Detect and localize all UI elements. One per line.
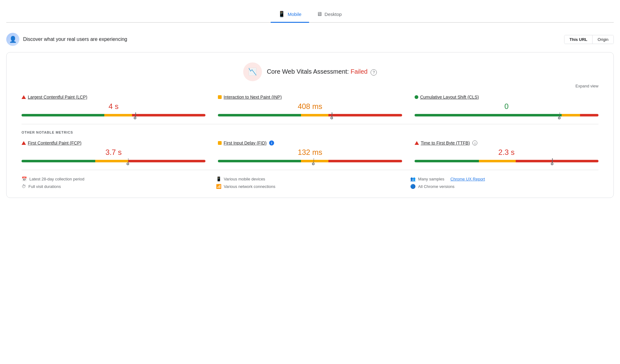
fid-link[interactable]: First Input Delay (FID) xyxy=(224,140,267,145)
header-title: Discover what your real users are experi… xyxy=(23,37,127,42)
inp-bar xyxy=(218,114,402,116)
assessment-help-icon[interactable]: ? xyxy=(371,69,377,76)
this-url-button[interactable]: This URL xyxy=(564,35,593,44)
metric-ttfb: Time to First Byte (TTFB) △ 2.3 s xyxy=(415,140,598,162)
divider xyxy=(22,124,598,124)
footer-info: 📅 Latest 28-day collection period ⏱ Full… xyxy=(22,170,598,189)
cls-value: 0 xyxy=(415,102,598,111)
ttfb-bar xyxy=(415,160,598,162)
footer-col1: 📅 Latest 28-day collection period ⏱ Full… xyxy=(22,176,210,189)
metric-inp-label: Interaction to Next Paint (INP) xyxy=(218,95,402,100)
ttfb-indicator xyxy=(415,141,419,145)
desktop-icon: 🖥 xyxy=(317,11,322,17)
ttfb-exp-icon[interactable]: △ xyxy=(472,140,477,145)
metric-cls: Cumulative Layout Shift (CLS) 0 xyxy=(415,95,598,116)
ttfb-marker xyxy=(552,158,553,165)
fcp-value: 3.7 s xyxy=(22,148,205,157)
fid-marker xyxy=(313,158,314,165)
fcp-indicator xyxy=(22,141,26,145)
footer-item-devices: 📱 Various mobile devices xyxy=(216,176,404,181)
footer-col3: 👥 Many samples Chrome UX Report 🔵 All Ch… xyxy=(410,176,598,189)
ttfb-value: 2.3 s xyxy=(415,148,598,157)
footer-col2: 📱 Various mobile devices 📶 Various netwo… xyxy=(216,176,404,189)
lcp-marker xyxy=(135,112,136,119)
lcp-indicator xyxy=(22,95,26,99)
devices-icon: 📱 xyxy=(216,176,221,181)
network-icon: 📶 xyxy=(216,184,221,189)
mobile-icon: 📱 xyxy=(278,11,285,17)
footer-item-collection: 📅 Latest 28-day collection period xyxy=(22,176,210,181)
metric-fid: First Input Delay (FID) i 132 ms xyxy=(218,140,402,162)
header-bar: 👤 Discover what your real users are expe… xyxy=(6,32,614,47)
metric-ttfb-label: Time to First Byte (TTFB) △ xyxy=(415,140,598,145)
fcp-marker xyxy=(127,158,129,165)
metric-fid-label: First Input Delay (FID) i xyxy=(218,140,402,145)
header-left: 👤 Discover what your real users are expe… xyxy=(6,33,127,46)
metric-inp: Interaction to Next Paint (INP) 408 ms xyxy=(218,95,402,116)
other-metrics-label: OTHER NOTABLE METRICS xyxy=(22,130,598,134)
tab-mobile-label: Mobile xyxy=(288,12,301,17)
assessment-icon: 📉 xyxy=(243,62,262,81)
inp-link[interactable]: Interaction to Next Paint (INP) xyxy=(224,95,282,100)
footer-item-chrome: 🔵 All Chrome versions xyxy=(410,184,598,189)
core-metrics-grid: Largest Contentful Paint (LCP) 4 s Inter… xyxy=(22,95,598,116)
footer-item-duration: ⏱ Full visit durations xyxy=(22,184,210,189)
lcp-value: 4 s xyxy=(22,102,205,111)
metric-cls-label: Cumulative Layout Shift (CLS) xyxy=(415,95,598,100)
cls-marker xyxy=(559,112,561,119)
assessment-status: Failed xyxy=(351,68,367,75)
assessment-title-container: Core Web Vitals Assessment: Failed ? xyxy=(267,68,377,76)
fid-info-icon[interactable]: i xyxy=(269,140,274,145)
metric-fcp-label: First Contentful Paint (FCP) xyxy=(22,140,205,145)
fcp-bar xyxy=(22,160,205,162)
chrome-ux-link[interactable]: Chrome UX Report xyxy=(450,177,485,181)
url-toggle: This URL Origin xyxy=(564,35,614,44)
chrome-icon: 🔵 xyxy=(410,184,416,189)
fid-indicator xyxy=(218,141,222,145)
timer-icon: ⏱ xyxy=(22,184,26,189)
inp-value: 408 ms xyxy=(218,102,402,111)
metric-lcp-label: Largest Contentful Paint (LCP) xyxy=(22,95,205,100)
metric-lcp: Largest Contentful Paint (LCP) 4 s xyxy=(22,95,205,116)
tab-desktop-label: Desktop xyxy=(325,12,342,17)
expand-view[interactable]: Expand view xyxy=(22,84,598,88)
ttfb-link[interactable]: Time to First Byte (TTFB) xyxy=(421,140,470,145)
fid-bar xyxy=(218,160,402,162)
cls-indicator xyxy=(415,95,418,99)
tab-desktop[interactable]: 🖥 Desktop xyxy=(309,6,349,23)
footer-item-samples: 👥 Many samples Chrome UX Report xyxy=(410,176,598,181)
origin-button[interactable]: Origin xyxy=(593,35,613,44)
footer-item-network: 📶 Various network connections xyxy=(216,184,404,189)
tab-mobile[interactable]: 📱 Mobile xyxy=(271,6,309,23)
cls-bar xyxy=(415,114,598,116)
fcp-link[interactable]: First Contentful Paint (FCP) xyxy=(28,140,81,145)
inp-marker xyxy=(331,112,333,119)
people-icon: 👥 xyxy=(410,176,416,181)
lcp-link[interactable]: Largest Contentful Paint (LCP) xyxy=(28,95,87,100)
assessment-title-prefix: Core Web Vitals Assessment: xyxy=(267,68,351,75)
assessment-header: 📉 Core Web Vitals Assessment: Failed ? xyxy=(22,62,598,81)
fid-value: 132 ms xyxy=(218,148,402,157)
inp-indicator xyxy=(218,95,222,99)
tabs-container: 📱 Mobile 🖥 Desktop xyxy=(6,6,614,23)
other-metrics-grid: First Contentful Paint (FCP) 3.7 s First… xyxy=(22,140,598,162)
metric-fcp: First Contentful Paint (FCP) 3.7 s xyxy=(22,140,205,162)
lcp-bar xyxy=(22,114,205,116)
avatar: 👤 xyxy=(6,33,19,46)
calendar-icon: 📅 xyxy=(22,176,27,181)
cls-link[interactable]: Cumulative Layout Shift (CLS) xyxy=(420,95,479,100)
main-card: 📉 Core Web Vitals Assessment: Failed ? E… xyxy=(6,52,614,198)
